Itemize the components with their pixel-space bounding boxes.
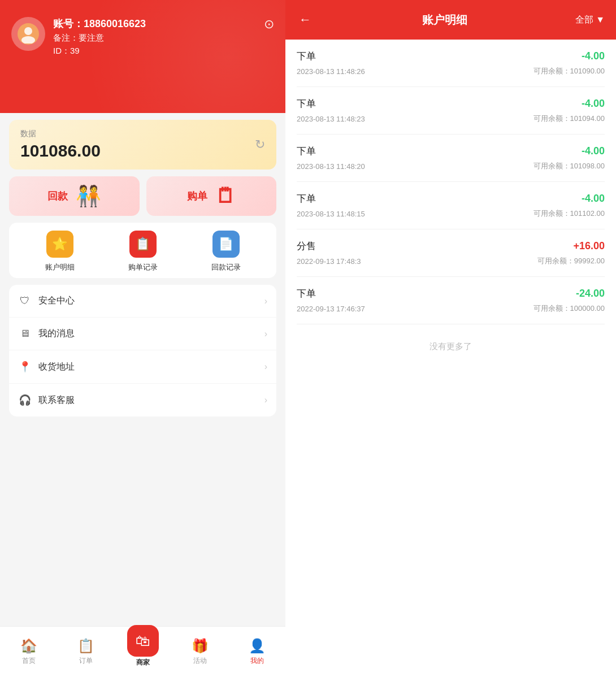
filter-label: 全部 xyxy=(575,14,593,26)
transaction-type: 下单 xyxy=(297,192,316,205)
user-remark: 备注：要注意 xyxy=(53,33,274,44)
order-button[interactable]: 购单 🗒 xyxy=(146,176,277,216)
order-illustration: 🗒 xyxy=(215,184,236,208)
messages-icon: 🖥 xyxy=(18,328,32,340)
nav-orders[interactable]: 📋 订单 xyxy=(57,638,114,666)
address-arrow-icon: › xyxy=(264,362,267,372)
orders-icon: 📋 xyxy=(77,638,94,654)
security-arrow-icon: › xyxy=(264,296,267,306)
service-icon: 🎧 xyxy=(18,394,32,406)
transaction-amount: -4.00 xyxy=(582,50,605,62)
refresh-icon[interactable]: ↻ xyxy=(255,137,265,152)
activity-label: 活动 xyxy=(193,656,207,666)
messages-arrow-icon: › xyxy=(264,329,267,339)
refund-illustration: 🧑‍🤝‍🧑 xyxy=(76,184,101,208)
quick-nav: ⭐ 账户明细 📋 购单记录 📄 回款记录 xyxy=(9,223,276,278)
transaction-time: 2023-08-13 11:48:26 xyxy=(297,67,365,76)
svg-point-0 xyxy=(24,27,32,35)
refund-label: 回款 xyxy=(47,189,68,203)
transaction-type: 下单 xyxy=(297,97,316,110)
page-title: 账户明细 xyxy=(314,12,575,28)
bottom-nav: 🏠 首页 📋 订单 🛍 商家 🎁 活动 👤 我的 xyxy=(0,626,285,677)
transaction-item: 下单 -4.00 2023-08-13 11:48:26 可用余额：101090… xyxy=(297,40,605,87)
transaction-item: 分售 +16.00 2022-09-13 17:48:3 可用余额：99992.… xyxy=(297,229,605,277)
transaction-type: 下单 xyxy=(297,145,316,158)
filter-button[interactable]: 全部 ▼ xyxy=(575,14,605,26)
home-label: 首页 xyxy=(22,656,36,666)
transaction-type: 分售 xyxy=(297,240,316,253)
mine-label: 我的 xyxy=(250,656,264,666)
menu-item-messages[interactable]: 🖥 我的消息 › xyxy=(9,318,276,350)
transaction-amount: -4.00 xyxy=(582,145,605,157)
transaction-time: 2023-08-13 11:48:15 xyxy=(297,210,365,218)
account-detail-label: 账户明细 xyxy=(45,262,75,272)
transaction-amount: -4.00 xyxy=(582,193,605,205)
refund-button[interactable]: 回款 🧑‍🤝‍🧑 xyxy=(9,176,140,216)
transaction-amount: -24.00 xyxy=(576,288,605,300)
nav-merchant[interactable]: 🛍 商家 xyxy=(114,636,171,667)
refund-record-icon: 📄 xyxy=(212,231,240,258)
right-panel: ← 账户明细 全部 ▼ 下单 -4.00 2023-08-13 11:48:26… xyxy=(285,0,616,677)
transaction-type: 下单 xyxy=(297,287,316,300)
nav-mine[interactable]: 👤 我的 xyxy=(228,638,285,666)
transaction-time: 2022-09-13 17:46:37 xyxy=(297,305,365,313)
svg-point-1 xyxy=(21,36,35,44)
transaction-time: 2022-09-13 17:48:3 xyxy=(297,257,361,266)
account-number: 账号：18860016623 xyxy=(53,17,274,31)
transaction-amount: +16.00 xyxy=(573,240,605,252)
quick-nav-refund-record[interactable]: 📄 回款记录 xyxy=(211,231,241,272)
left-header: 账号：18860016623 备注：要注意 ID：39 ⊙ xyxy=(0,0,285,113)
transaction-item: 下单 -4.00 2023-08-13 11:48:20 可用余额：101098… xyxy=(297,134,605,182)
activity-icon: 🎁 xyxy=(192,638,209,654)
user-id: ID：39 xyxy=(53,46,274,57)
menu-item-security[interactable]: 🛡 安全中心 › xyxy=(9,285,276,318)
mine-icon: 👤 xyxy=(249,638,266,654)
messages-label: 我的消息 xyxy=(38,328,258,340)
transaction-balance: 可用余额：101090.00 xyxy=(533,66,605,76)
back-button[interactable]: ← xyxy=(297,10,314,29)
transaction-time: 2023-08-13 11:48:23 xyxy=(297,115,365,123)
service-arrow-icon: › xyxy=(264,395,267,405)
left-panel: 账号：18860016623 备注：要注意 ID：39 ⊙ 数据 101086.… xyxy=(0,0,285,677)
no-more-label: 没有更多了 xyxy=(297,324,605,369)
settings-icon[interactable]: ⊙ xyxy=(264,17,274,32)
transaction-time: 2023-08-13 11:48:20 xyxy=(297,162,365,171)
transaction-balance: 可用余额：101094.00 xyxy=(533,114,605,124)
balance-amount: 101086.00 xyxy=(20,141,101,160)
quick-nav-order-record[interactable]: 📋 购单记录 xyxy=(128,231,158,272)
transaction-item: 下单 -4.00 2023-08-13 11:48:23 可用余额：101094… xyxy=(297,87,605,134)
merchant-label: 商家 xyxy=(136,658,150,667)
transaction-balance: 可用余额：100000.00 xyxy=(533,303,605,314)
security-label: 安全中心 xyxy=(38,295,258,307)
action-row: 回款 🧑‍🤝‍🧑 购单 🗒 xyxy=(9,176,276,216)
account-detail-icon: ⭐ xyxy=(46,231,73,258)
transaction-balance: 可用余额：99992.00 xyxy=(537,256,605,266)
transaction-type: 下单 xyxy=(297,50,316,63)
nav-home[interactable]: 🏠 首页 xyxy=(0,638,57,666)
security-icon: 🛡 xyxy=(18,295,32,307)
transaction-item: 下单 -24.00 2022-09-13 17:46:37 可用余额：10000… xyxy=(297,277,605,324)
nav-activity[interactable]: 🎁 活动 xyxy=(171,638,228,666)
home-icon: 🏠 xyxy=(20,638,37,654)
right-header: ← 账户明细 全部 ▼ xyxy=(285,0,616,40)
filter-dropdown-icon: ▼ xyxy=(596,15,605,25)
refund-record-label: 回款记录 xyxy=(211,262,241,272)
transaction-balance: 可用余额：101098.00 xyxy=(533,161,605,171)
service-label: 联系客服 xyxy=(38,394,258,406)
user-info: 账号：18860016623 备注：要注意 ID：39 xyxy=(53,17,274,57)
order-label: 购单 xyxy=(187,189,207,203)
menu-item-address[interactable]: 📍 收货地址 › xyxy=(9,350,276,384)
quick-nav-account-detail[interactable]: ⭐ 账户明细 xyxy=(45,231,75,272)
order-record-label: 购单记录 xyxy=(128,262,158,272)
orders-label: 订单 xyxy=(79,656,93,666)
balance-card: 数据 101086.00 ↻ xyxy=(9,120,276,170)
transaction-balance: 可用余额：101102.00 xyxy=(533,209,605,219)
order-record-icon: 📋 xyxy=(129,231,157,258)
transaction-amount: -4.00 xyxy=(582,98,605,110)
address-label: 收货地址 xyxy=(38,361,258,373)
menu-list: 🛡 安全中心 › 🖥 我的消息 › 📍 收货地址 › 🎧 联系客服 › xyxy=(9,285,276,416)
transaction-list: 下单 -4.00 2023-08-13 11:48:26 可用余额：101090… xyxy=(285,40,616,677)
menu-item-service[interactable]: 🎧 联系客服 › xyxy=(9,384,276,416)
transaction-item: 下单 -4.00 2023-08-13 11:48:15 可用余额：101102… xyxy=(297,182,605,229)
merchant-center-button[interactable]: 🛍 xyxy=(127,625,159,657)
